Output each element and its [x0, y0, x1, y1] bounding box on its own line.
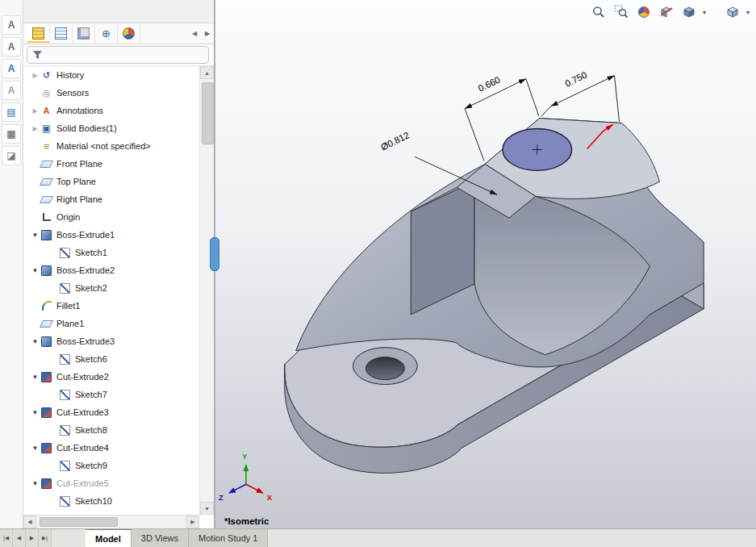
dimxpert-icon [100, 27, 112, 40]
dimension-text: 0.750 [563, 69, 588, 88]
tree-item[interactable]: ▶History [23, 66, 199, 84]
tree-item[interactable]: Sketch2 [23, 279, 199, 297]
expander-icon[interactable]: ▶ [30, 125, 40, 132]
dimension-0750[interactable]: 0.750 [541, 69, 620, 121]
base-hole[interactable] [365, 357, 404, 380]
tab-displaymanager[interactable] [118, 24, 140, 43]
tree-item[interactable]: ▼Cut-Extrude4 [23, 439, 199, 457]
display-style-caret-icon[interactable]: ▾ [703, 9, 706, 16]
annotation-muted-icon[interactable]: A [2, 81, 21, 100]
tool-icon[interactable]: ◪ [2, 146, 21, 165]
expander-icon[interactable]: ▼ [30, 338, 40, 345]
tree-item-label: Sensors [56, 88, 89, 98]
section-view-icon[interactable] [658, 4, 675, 20]
tree-item[interactable]: Sketch1 [23, 244, 199, 261]
tab-configurationmanager[interactable] [73, 24, 95, 43]
expander-icon[interactable]: ▶ [30, 72, 40, 79]
tab-nav-first-icon[interactable]: |◀ [0, 529, 13, 547]
tree-item[interactable]: Sensors [23, 84, 199, 102]
tree-item-label: Front Plane [56, 159, 102, 169]
tree-item[interactable]: Plane1 [23, 315, 199, 332]
hatch-pattern-icon[interactable]: ▦ [2, 124, 21, 144]
tab-nav-last-icon[interactable]: ▶| [39, 529, 52, 547]
tree-item[interactable]: Sketch9 [23, 457, 199, 474]
panel-splitter-grip[interactable] [210, 237, 219, 271]
appearance-icon[interactable] [635, 4, 653, 20]
tree-horizontal-scrollbar[interactable]: ◀ ▶ [23, 515, 199, 528]
note-a-box-icon[interactable]: A [2, 15, 21, 35]
tree-filter-button[interactable] [27, 46, 209, 64]
table-icon[interactable]: ▤ [2, 102, 21, 122]
tab-dimxpertmanager[interactable] [95, 24, 118, 43]
vertical-scroll-thumb[interactable] [202, 82, 214, 144]
tree-item-label: Origin [56, 212, 80, 222]
tree-item[interactable]: ▼Boss-Extrude1 [23, 226, 199, 244]
tab-propertymanager[interactable] [50, 24, 73, 43]
annotation-link-icon[interactable]: A [2, 59, 21, 78]
triad-y-label: Y [242, 452, 248, 461]
tree-item[interactable]: ▼Boss-Extrude2 [23, 261, 199, 279]
expander-icon[interactable]: ▼ [30, 480, 40, 487]
sketch-icon [59, 353, 71, 365]
tab-nav-next-icon[interactable]: ▶ [26, 529, 39, 547]
view-orientation-caret-icon[interactable]: ▾ [746, 9, 750, 16]
horizontal-scroll-thumb[interactable] [40, 517, 118, 527]
tree-item-label: Sketch6 [75, 354, 107, 364]
orientation-triad: Y X Z [219, 452, 273, 502]
tree-item[interactable]: ▼Cut-Extrude3 [23, 403, 199, 421]
tree-item[interactable]: Sketch10 [23, 492, 199, 510]
graphics-viewport[interactable]: ▾ ▾ [215, 0, 756, 528]
part-model[interactable] [285, 119, 704, 474]
tree-item[interactable]: ▼Cut-Extrude2 [23, 368, 199, 386]
expander-icon[interactable]: ▼ [30, 267, 40, 274]
expander-icon[interactable]: ▼ [30, 409, 40, 416]
model-canvas[interactable]: 0.660 0.750 Ø0.812 [215, 0, 756, 528]
tree-item-label: Boss-Extrude1 [56, 230, 115, 240]
tree-item[interactable]: Sketch8 [23, 421, 199, 439]
tab-overflow-left-icon[interactable]: ◀ [188, 26, 201, 42]
view-orientation-icon[interactable] [724, 4, 741, 20]
zoom-fit-icon[interactable] [590, 4, 608, 20]
tab-3d-views[interactable]: 3D Views [132, 529, 189, 547]
scroll-down-icon[interactable]: ▼ [200, 502, 214, 515]
tree-vertical-scrollbar[interactable]: ▲ ▼ [199, 66, 214, 515]
annotation-check-icon[interactable]: A [2, 37, 21, 56]
expander-icon[interactable]: ▼ [30, 445, 40, 452]
boss-extrude-icon [40, 229, 52, 241]
tab-spacer [52, 529, 86, 547]
front-plane-icon [40, 158, 52, 170]
tree-item[interactable]: Sketch6 [23, 350, 199, 368]
tab-model[interactable]: Model [86, 529, 132, 547]
tree-item[interactable]: Right Plane [23, 190, 199, 208]
scroll-up-icon[interactable]: ▲ [200, 66, 214, 79]
tree-item-label: Sketch9 [75, 461, 107, 470]
feature-tree: ▶History Sensors ▶Annotations ▶Solid Bod… [23, 66, 199, 515]
heads-up-view-toolbar: ▾ ▾ [590, 4, 750, 20]
triad-z-label: Z [219, 493, 223, 502]
zoom-area-icon[interactable] [612, 4, 630, 20]
tab-featuremanager[interactable] [27, 24, 50, 43]
tree-item[interactable]: ▼Cut-Extrude5 [23, 474, 199, 492]
tree-item[interactable]: Top Plane [23, 173, 199, 190]
tree-item[interactable]: Material <not specified> [23, 137, 199, 155]
tree-item[interactable]: Front Plane [23, 155, 199, 173]
sketch-icon [59, 460, 71, 472]
expander-icon[interactable]: ▼ [30, 374, 40, 381]
tree-item[interactable]: Sketch7 [23, 386, 199, 403]
expander-icon[interactable]: ▶ [30, 107, 40, 115]
tree-item[interactable]: ▶Solid Bodies(1) [23, 119, 199, 137]
tab-motion-study-1[interactable]: Motion Study 1 [189, 529, 268, 547]
cut-extrude-icon [40, 371, 52, 383]
scroll-left-icon[interactable]: ◀ [23, 516, 36, 528]
tree-item[interactable]: ▼Boss-Extrude3 [23, 332, 199, 350]
tree-item[interactable]: Fillet1 [23, 297, 199, 315]
display-style-icon[interactable] [680, 4, 698, 20]
solidworks-window: A A A A ▤ ▦ ◪ ◀ ▶ [0, 0, 756, 547]
tab-nav-prev-icon[interactable]: ◀ [13, 529, 26, 547]
tree-item[interactable]: ▶Annotations [23, 102, 199, 119]
tab-overflow-right-icon[interactable]: ▶ [201, 26, 214, 42]
expander-icon[interactable]: ▼ [30, 232, 40, 239]
tree-item[interactable]: Origin [23, 208, 199, 226]
scroll-right-icon[interactable]: ▶ [186, 516, 199, 528]
tree-item-label: Sketch1 [75, 248, 107, 257]
